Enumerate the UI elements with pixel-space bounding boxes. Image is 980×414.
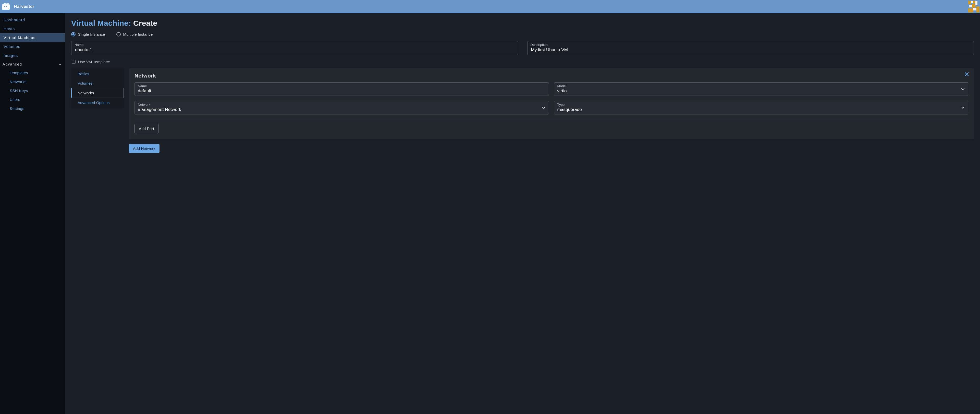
vertical-tabs: Basics Volumes Networks Advanced Options: [71, 68, 124, 108]
page-title-action: Create: [133, 19, 158, 27]
sidebar-item-label: Images: [3, 53, 18, 58]
svg-point-1: [4, 6, 5, 7]
checkbox-icon: [72, 60, 76, 64]
page-title-prefix: Virtual Machine:: [71, 19, 133, 27]
field-label: Name: [75, 43, 515, 47]
sidebar-item-users[interactable]: Users: [6, 95, 65, 104]
sidebar-item-images[interactable]: Images: [0, 51, 65, 60]
sidebar-item-label: Settings: [10, 106, 24, 111]
sidebar-subnav-advanced: Templates Networks SSH Keys Users Settin…: [0, 68, 65, 113]
radio-label: Single Instance: [78, 32, 105, 36]
field-label: Type: [557, 103, 582, 106]
brand[interactable]: Harvester: [0, 3, 34, 10]
svg-rect-10: [974, 8, 977, 10]
sidebar-item-label: Virtual Machines: [3, 35, 37, 40]
user-avatar-icon[interactable]: [968, 1, 980, 13]
network-type-select[interactable]: Type masquerade: [554, 101, 969, 114]
sidebar: Dashboard Hosts Virtual Machines Volumes…: [0, 13, 65, 414]
harvester-logo-icon: [2, 3, 11, 10]
name-input[interactable]: [75, 47, 515, 53]
svg-rect-3: [968, 1, 971, 4]
sidebar-item-templates[interactable]: Templates: [6, 68, 65, 77]
vtab-label: Volumes: [78, 81, 93, 86]
vtab-basics[interactable]: Basics: [71, 69, 124, 79]
radio-dot-icon: [116, 32, 121, 36]
vtab-label: Basics: [78, 71, 89, 76]
main-content: Virtual Machine: Create Single Instance …: [65, 13, 980, 414]
radio-dot-icon: [71, 32, 76, 36]
svg-rect-9: [968, 8, 974, 13]
card-title: Network: [135, 73, 968, 79]
vtab-advanced-options[interactable]: Advanced Options: [71, 98, 124, 107]
network-network-select[interactable]: Network management Network: [135, 101, 549, 114]
svg-rect-11: [977, 6, 980, 13]
radio-label: Multiple Instance: [123, 32, 153, 36]
sidebar-item-networks[interactable]: Networks: [6, 77, 65, 86]
chevron-down-icon: [961, 106, 965, 109]
field-value: management Network: [138, 107, 181, 112]
sidebar-item-label: Templates: [10, 71, 28, 75]
field-value: default: [138, 89, 151, 94]
svg-rect-4: [971, 1, 973, 3]
instance-mode-radio-group: Single Instance Multiple Instance: [71, 32, 974, 36]
svg-point-2: [6, 6, 7, 7]
chevron-up-icon: [59, 63, 62, 66]
add-port-button[interactable]: Add Port: [135, 124, 159, 133]
sidebar-item-label: Dashboard: [3, 17, 25, 22]
sidebar-item-label: Hosts: [3, 27, 15, 31]
svg-rect-7: [969, 5, 972, 7]
network-card: Network Name default: [129, 68, 974, 139]
field-label: Description: [531, 43, 971, 47]
sidebar-item-dashboard[interactable]: Dashboard: [0, 15, 65, 24]
field-value: masquerade: [557, 107, 582, 112]
sidebar-item-ssh-keys[interactable]: SSH Keys: [6, 86, 65, 95]
divider: [135, 119, 968, 119]
sidebar-item-virtual-machines[interactable]: Virtual Machines: [0, 33, 65, 42]
vtab-label: Advanced Options: [78, 100, 110, 105]
network-model-select[interactable]: Model virtio: [554, 82, 969, 96]
sidebar-item-label: Users: [10, 97, 20, 102]
description-input[interactable]: [531, 47, 971, 53]
vtab-volumes[interactable]: Volumes: [71, 79, 124, 88]
radio-single-instance[interactable]: Single Instance: [71, 32, 105, 36]
vtab-label: Networks: [78, 91, 94, 95]
close-icon[interactable]: [964, 71, 969, 77]
svg-rect-6: [975, 1, 977, 5]
chevron-down-icon: [542, 106, 546, 109]
field-value: virtio: [557, 89, 567, 94]
sidebar-item-label: SSH Keys: [10, 89, 28, 93]
sidebar-item-label: Networks: [10, 79, 27, 84]
sidebar-section-label: Advanced: [3, 62, 22, 66]
network-name-field[interactable]: Name default: [135, 82, 549, 96]
chevron-down-icon: [961, 87, 965, 91]
svg-rect-0: [2, 4, 10, 10]
svg-rect-5: [973, 1, 975, 3]
page-title: Virtual Machine: Create: [71, 19, 974, 27]
sidebar-item-volumes[interactable]: Volumes: [0, 42, 65, 51]
name-field[interactable]: Name: [71, 41, 518, 55]
radio-multiple-instance[interactable]: Multiple Instance: [116, 32, 153, 36]
add-network-button[interactable]: Add Network: [129, 144, 159, 153]
top-bar: Harvester: [0, 0, 980, 13]
field-label: Name: [138, 84, 151, 88]
sidebar-section-advanced[interactable]: Advanced: [0, 60, 65, 68]
sidebar-item-label: Volumes: [3, 44, 21, 49]
sidebar-item-hosts[interactable]: Hosts: [0, 24, 65, 33]
use-vm-template-checkbox[interactable]: Use VM Template:: [72, 60, 974, 64]
checkbox-label: Use VM Template:: [78, 60, 110, 64]
sidebar-item-settings[interactable]: Settings: [6, 104, 65, 113]
field-label: Model: [557, 84, 567, 88]
brand-name: Harvester: [14, 4, 34, 9]
description-field[interactable]: Description: [527, 41, 974, 55]
vtab-networks[interactable]: Networks: [71, 88, 124, 98]
svg-rect-8: [972, 4, 975, 8]
field-label: Network: [138, 103, 181, 106]
